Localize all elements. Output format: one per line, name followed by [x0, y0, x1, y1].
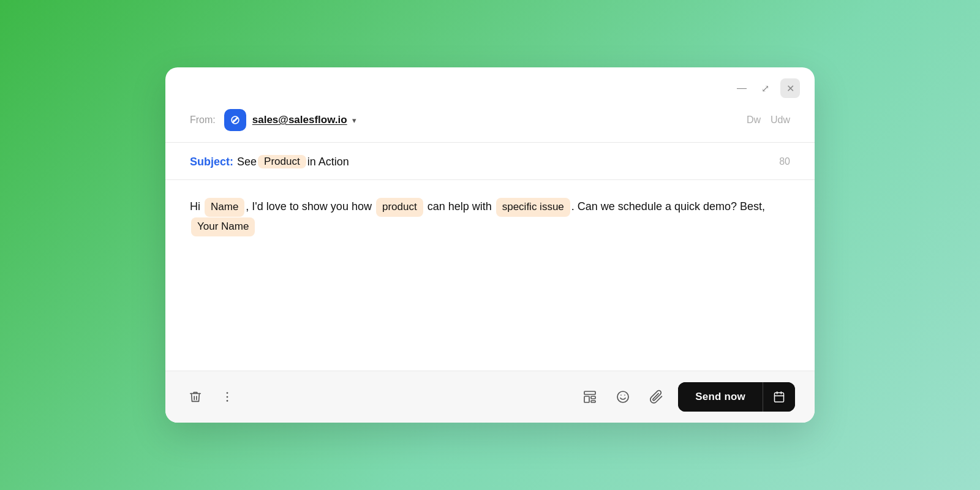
- svg-rect-5: [591, 396, 595, 399]
- calendar-icon: [773, 391, 785, 403]
- svg-rect-6: [591, 401, 595, 402]
- dw-label: Dw: [747, 115, 761, 126]
- from-right-labels: Dw Udw: [747, 115, 790, 126]
- send-now-button[interactable]: Send now: [678, 382, 763, 412]
- udw-label: Udw: [771, 115, 790, 126]
- sender-email[interactable]: sales@salesflow.io: [252, 114, 347, 126]
- subject-row: Subject: See Product in Action 80: [165, 143, 815, 180]
- svg-point-2: [227, 400, 228, 402]
- attach-button[interactable]: [645, 386, 667, 408]
- more-options-button[interactable]: [217, 386, 238, 407]
- template-icon: [582, 390, 597, 404]
- subject-label: Subject:: [190, 156, 233, 168]
- window-controls-bar: — ⤢ ✕: [165, 67, 815, 103]
- trash-icon: [189, 390, 202, 404]
- minimize-button[interactable]: —: [733, 80, 750, 96]
- email-compose-modal: — ⤢ ✕ From: sales@salesflow.io ▾ Dw Udw …: [165, 67, 815, 423]
- expand-button[interactable]: ⤢: [758, 80, 773, 97]
- paperclip-icon: [649, 390, 663, 404]
- footer-toolbar: Send now: [165, 371, 815, 423]
- send-button-group[interactable]: Send now: [678, 382, 795, 412]
- subject-char-count: 80: [779, 156, 790, 167]
- svg-point-1: [227, 396, 228, 398]
- svg-point-7: [617, 391, 628, 402]
- dots-vertical-icon: [221, 390, 234, 404]
- sender-logo-icon: [224, 109, 246, 131]
- svg-point-0: [227, 392, 228, 394]
- email-body[interactable]: Hi Name, I'd love to show you how produc…: [165, 180, 815, 371]
- emoji-button[interactable]: [612, 386, 634, 408]
- emoji-icon: [616, 390, 630, 404]
- close-button[interactable]: ✕: [780, 78, 800, 98]
- name-pill[interactable]: Name: [205, 198, 244, 217]
- template-button[interactable]: [579, 386, 601, 408]
- body-text-1: , I'd love to show you how: [246, 200, 375, 213]
- product-pill[interactable]: product: [376, 198, 423, 217]
- trash-button[interactable]: [185, 386, 206, 407]
- subject-prefix: See: [237, 156, 257, 168]
- body-hi: Hi: [190, 200, 203, 213]
- svg-rect-4: [584, 396, 589, 402]
- sender-dropdown-chevron[interactable]: ▾: [352, 116, 356, 125]
- subject-suffix: in Action: [307, 156, 349, 168]
- body-text-3: . Can we schedule a quick demo? Best,: [571, 200, 765, 213]
- from-row: From: sales@salesflow.io ▾ Dw Udw: [165, 103, 815, 143]
- from-label: From:: [190, 115, 216, 126]
- svg-rect-10: [775, 393, 784, 402]
- schedule-send-button[interactable]: [763, 382, 795, 412]
- specific-issue-pill[interactable]: specific issue: [496, 198, 570, 217]
- svg-rect-3: [584, 391, 595, 394]
- subject-product-pill[interactable]: Product: [258, 155, 306, 168]
- body-text-2: can help with: [424, 200, 495, 213]
- your-name-pill[interactable]: Your Name: [191, 217, 255, 236]
